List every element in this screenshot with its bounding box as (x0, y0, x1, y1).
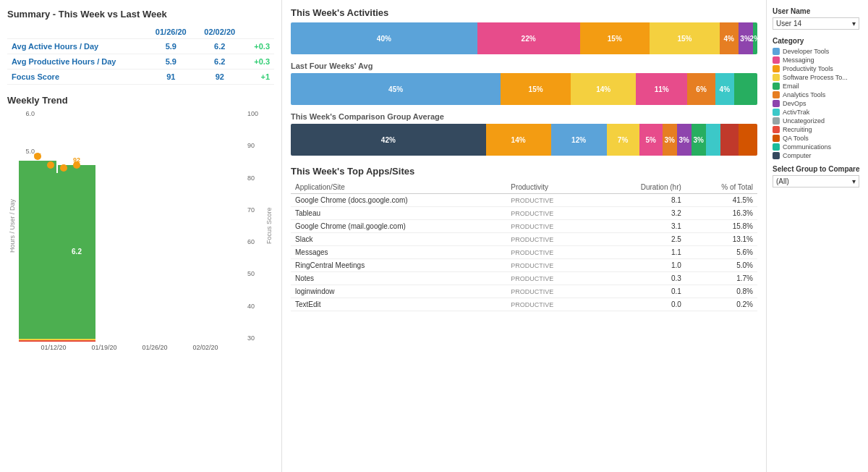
left-panel: Summary - This Week vs Last Week 01/26/2… (0, 0, 282, 472)
row-label: Avg Productive Hours / Day (7, 54, 147, 69)
username-value: User 14 (776, 20, 801, 28)
table-row: Google Chrome (mail.google.com) PRODUCTI… (291, 220, 757, 233)
table-row: Slack PRODUCTIVE 2.5 13.1% (291, 233, 757, 246)
summary-title: Summary - This Week vs Last Week (7, 9, 274, 20)
column-header: Productivity (506, 181, 597, 194)
bar-segment: 6% (687, 73, 715, 105)
y-axis-label-left: Hours / User / Day (7, 110, 16, 342)
table-row: loginwindow PRODUCTIVE 0.1 0.8% (291, 285, 757, 298)
legend-color (773, 91, 780, 98)
bar-red (58, 340, 95, 342)
pct-total: 5.0% (686, 259, 757, 272)
val1: 91 (147, 69, 195, 85)
val1: 5.9 (147, 39, 195, 54)
productivity: PRODUCTIVE (506, 220, 597, 233)
bar-segment: 15% (650, 22, 720, 54)
username-select[interactable]: User 14 ▾ (773, 17, 859, 30)
legend-item: Recruiting (773, 126, 862, 133)
col2-header: 02/02/20 (195, 25, 244, 39)
row-label: Avg Active Hours / Day (7, 39, 147, 54)
duration: 8.1 (598, 194, 686, 207)
legend-item: Developer Tools (773, 48, 862, 55)
app-name: Messages (291, 246, 506, 259)
bar-segment: 3% (663, 124, 677, 156)
pct-total: 1.7% (686, 272, 757, 285)
app-name: RingCentral Meetings (291, 259, 506, 272)
legend-label: DevOps (783, 100, 807, 107)
summary-row: Avg Productive Hours / Day 5.9 6.2 +0.3 (7, 54, 274, 69)
legend-container: Developer Tools Messaging Productivity T… (773, 48, 862, 159)
legend-color (773, 48, 780, 55)
bar-segment: 15% (501, 73, 571, 105)
select-group-select[interactable]: (All) ▾ (773, 175, 859, 187)
duration: 0.0 (598, 298, 686, 311)
bar-segment (739, 124, 757, 156)
summary-row: Avg Active Hours / Day 5.9 6.2 +0.3 (7, 39, 274, 54)
legend-item: Uncategorized (773, 117, 862, 125)
username-label: User Name (773, 7, 862, 15)
duration: 2.5 (598, 233, 686, 246)
y-axis-label-right: Focus Score (265, 110, 274, 342)
table-row: Messages PRODUCTIVE 1.1 5.6% (291, 246, 757, 259)
last-four-label: Last Four Weeks' Avg (291, 62, 757, 70)
table-row: Notes PRODUCTIVE 0.3 1.7% (291, 272, 757, 285)
column-header: Duration (hr) (598, 181, 686, 194)
legend-item: Communications (773, 143, 862, 151)
table-row: RingCentral Meetings PRODUCTIVE 1.0 5.0% (291, 259, 757, 272)
diff: +0.3 (244, 54, 274, 69)
select-group-label: Select Group to Compare (773, 165, 862, 173)
legend-item: QA Tools (773, 135, 862, 142)
table-row: TextEdit PRODUCTIVE 0.0 0.2% (291, 298, 757, 311)
bar-segment: 40% (291, 22, 477, 54)
legend-color (773, 152, 780, 159)
select-group-value: (All) (776, 177, 789, 185)
pct-total: 5.6% (686, 246, 757, 259)
legend-item: ActivTrak (773, 109, 862, 116)
last-four-bar: 45%15%14%11%6%4% (291, 73, 757, 105)
y-axis-focus: 30405060708090100 (247, 110, 265, 342)
x-label: 02/02/20 (187, 344, 224, 351)
bar-value: 6.2 (72, 248, 82, 256)
weekly-trend-title: Weekly Trend (7, 95, 274, 106)
bar-segment: 15% (580, 22, 650, 54)
pct-total: 0.2% (686, 298, 757, 311)
duration: 3.1 (598, 220, 686, 233)
val2: 6.2 (195, 54, 244, 69)
bars-container: 95 6.3 92 5.5 91 5.9 92 6.2 (38, 110, 247, 342)
focus-dot (34, 153, 41, 160)
x-labels: 01/12/2001/19/2001/26/2002/02/20 (16, 344, 265, 351)
focus-dot (60, 164, 67, 172)
legend-color (773, 100, 780, 107)
legend-label: Uncategorized (783, 117, 825, 125)
legend-color (773, 117, 780, 125)
productivity: PRODUCTIVE (506, 207, 597, 220)
pct-total: 15.8% (686, 220, 757, 233)
legend-label: Analytics Tools (783, 91, 825, 98)
summary-table: 01/26/20 02/02/20 Avg Active Hours / Day… (7, 25, 274, 85)
comparison-bar-row: This Week's Comparison Group Average 42%… (291, 112, 757, 156)
productivity: PRODUCTIVE (506, 272, 597, 285)
bar-green: 6.2 (58, 165, 95, 339)
legend-item: Messaging (773, 56, 862, 64)
legend-item: Analytics Tools (773, 91, 862, 98)
column-header: Application/Site (291, 181, 506, 194)
duration: 3.2 (598, 207, 686, 220)
legend-color (773, 143, 780, 151)
bar-segment (706, 124, 720, 156)
legend-color (773, 65, 780, 72)
top-apps-title: This Week's Top Apps/Sites (291, 166, 757, 177)
x-label: 01/26/20 (136, 344, 174, 351)
focus-dot (73, 161, 80, 169)
legend-color (773, 126, 780, 133)
legend-label: Computer (783, 152, 812, 159)
comparison-label: This Week's Comparison Group Average (291, 112, 757, 121)
productivity: PRODUCTIVE (506, 246, 597, 259)
val2: 6.2 (195, 39, 244, 54)
bar-segment: 4% (720, 22, 739, 54)
legend-item: Computer (773, 152, 862, 159)
legend-item: DevOps (773, 100, 862, 107)
x-label: 01/12/20 (35, 344, 72, 351)
bar-segment (734, 73, 757, 105)
chevron-down-icon-2: ▾ (852, 177, 856, 185)
legend-label: Messaging (783, 56, 814, 64)
